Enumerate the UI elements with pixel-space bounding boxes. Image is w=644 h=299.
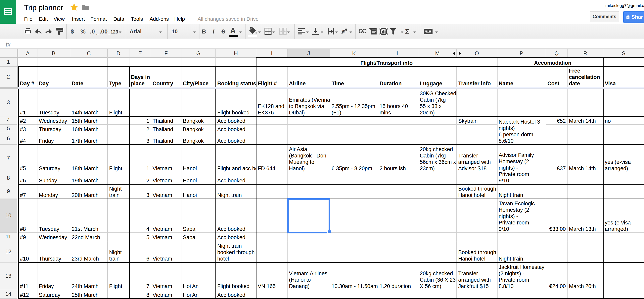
svg-text:A: A: [342, 29, 344, 33]
